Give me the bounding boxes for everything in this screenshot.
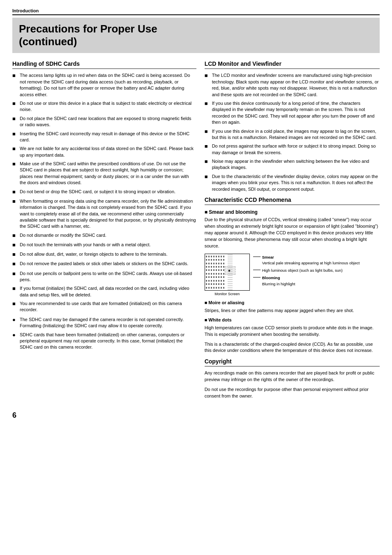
moire-title: Moire or aliasing xyxy=(208,300,244,305)
list-item: ■ Do not dismantle or modify the SDHC ca… xyxy=(12,232,196,239)
list-item: ■ Do not place the SDHC card near locati… xyxy=(12,116,196,128)
list-item: ■ The access lamp lights up in red when … xyxy=(12,72,196,98)
ccd-diagram: ✦ Monitor Screen Smear Vertical pale str… xyxy=(205,254,380,296)
monitor-label: Monitor Screen xyxy=(205,292,250,296)
bullet-icon: ■ xyxy=(205,317,209,322)
list-item-text: Inserting the SDHC card incorrectly may … xyxy=(20,131,196,143)
bullet-icon: ■ xyxy=(12,115,18,123)
bullet-icon: ■ xyxy=(205,173,210,180)
list-item: ■ Do not remove the pasted labels or sti… xyxy=(12,261,196,268)
smear-label: Smear Vertical pale streaking appearing … xyxy=(253,254,360,266)
bullet-icon: ■ xyxy=(205,128,210,135)
section-header: Introduction xyxy=(12,8,380,15)
copyright-text1: Any recordings made on this camera recor… xyxy=(205,370,380,383)
list-item-text: If you use this device in a cold place, … xyxy=(212,128,380,141)
bullet-icon: ■ xyxy=(12,100,18,107)
list-item: ■ If you format (initialize) the SDHC ca… xyxy=(12,285,196,298)
label-line xyxy=(253,277,261,278)
bullet-icon: ■ xyxy=(12,130,18,138)
bullet-icon: ■ xyxy=(12,270,18,278)
moire-subsection: ■ Moire or aliasing xyxy=(205,300,380,305)
list-item-text: Do not use or store this device in a pla… xyxy=(20,100,196,113)
list-item: ● SDHC cards that have been formatted (i… xyxy=(12,332,196,351)
list-item-text: Do not use pencils or ballpoint pens to … xyxy=(20,271,196,283)
smear-subsection-title: ■ Smear and blooming xyxy=(205,209,380,215)
sdhc-dot-list: ● The SDHC card may be damaged if the ca… xyxy=(12,317,196,351)
dot-icon: ● xyxy=(12,316,18,324)
blooming-label: Blooming Blurring in highlight xyxy=(253,275,360,287)
bullet-icon: ■ xyxy=(205,72,210,79)
lcd-bullet-list: ■ The LCD monitor and viewfinder screens… xyxy=(205,72,380,192)
list-item: ■ Do not use pencils or ballpoint pens t… xyxy=(12,271,196,283)
list-item-text: Due to the characteristic of the viewfin… xyxy=(212,173,380,192)
list-item-text: Do not remove the pasted labels or stick… xyxy=(20,261,196,267)
list-item-text: If you format (initialize) the SDHC card… xyxy=(20,285,196,298)
bullet-icon: ■ xyxy=(12,241,18,249)
monitor-screen: ✦ xyxy=(205,254,250,291)
list-item: ■ Inserting the SDHC card incorrectly ma… xyxy=(12,131,196,143)
moire-text: Stripes, lines or other fine patterns ma… xyxy=(205,308,380,314)
list-item: ■ Do not bend or drop the SDHC card, or … xyxy=(12,189,196,196)
white-dots-title: White dots xyxy=(208,317,231,322)
label-line xyxy=(253,270,261,270)
list-item-text: SDHC cards that have been formatted (ini… xyxy=(20,332,196,351)
list-item: ■ Make use of the SDHC card within the p… xyxy=(12,161,196,186)
list-item: ■ You are recommended to use cards that … xyxy=(12,301,196,313)
list-item-text: The SDHC card may be damaged if the came… xyxy=(20,317,196,329)
left-column: Handling of SDHC Cards ■ The access lamp… xyxy=(12,60,196,403)
list-item-text: We are not liable for any accidental los… xyxy=(20,146,196,158)
sdhc-bullet-list: ■ The access lamp lights up in red when … xyxy=(12,72,196,313)
page-number: 6 xyxy=(12,411,380,420)
list-item-text: You are recommended to use cards that ar… xyxy=(20,301,196,313)
bullet-icon: ■ xyxy=(12,145,18,153)
list-item-text: Make use of the SDHC card within the pre… xyxy=(20,161,196,186)
list-item: ● The SDHC card may be damaged if the ca… xyxy=(12,317,196,329)
list-item: ■ Noise may appear in the viewfinder whe… xyxy=(205,158,380,171)
white-dots-text2: This is a characteristic of the charged-… xyxy=(205,341,380,354)
list-item: ■ When formatting or erasing data using … xyxy=(12,198,196,230)
high-lum-label: High luminous object (such as light bulb… xyxy=(253,268,360,273)
bullet-icon: ■ xyxy=(12,72,18,79)
list-item-text: When formatting or erasing data using th… xyxy=(20,198,196,230)
list-item-text: If you use this device continuously for … xyxy=(212,100,380,126)
bullet-icon: ■ xyxy=(12,260,18,268)
list-item-text: Do not touch the terminals with your han… xyxy=(20,242,196,248)
list-item: ■ Due to the characteristic of the viewf… xyxy=(205,173,380,192)
bullet-icon: ■ xyxy=(12,232,18,239)
list-item: ■ If you use this device in a cold place… xyxy=(205,128,380,141)
bullet-icon: ■ xyxy=(205,143,210,150)
ccd-section-title: Characteristic CCD Phenomena xyxy=(205,197,380,205)
bullet-icon: ■ xyxy=(12,285,18,292)
lcd-section-title: LCD Monitor and Viewfinder xyxy=(205,60,380,69)
bullet-icon: ■ xyxy=(205,300,209,305)
list-item: ■ We are not liable for any accidental l… xyxy=(12,146,196,158)
list-item-text: The access lamp lights up in red when da… xyxy=(20,72,196,98)
list-item-text: Do not dismantle or modify the SDHC card… xyxy=(20,232,196,238)
list-item: ■ The LCD monitor and viewfinder screens… xyxy=(205,72,380,98)
bullet-icon: ■ xyxy=(205,158,210,165)
bullet-icon: ■ xyxy=(12,198,18,205)
list-item: ■ Do not touch the terminals with your h… xyxy=(12,242,196,249)
bullet-icon: ■ xyxy=(12,300,18,308)
bullet-icon: ■ xyxy=(12,160,18,168)
dot-icon: ● xyxy=(12,331,18,339)
list-item: ■ If you use this device continuously fo… xyxy=(205,100,380,126)
main-content: Handling of SDHC Cards ■ The access lamp… xyxy=(12,60,380,403)
page-title: Precautions for Proper Use (continued) xyxy=(19,23,373,48)
copyright-text2: Do not use the recordings for purpose ot… xyxy=(205,386,380,400)
white-dots-subsection: ■ White dots xyxy=(205,317,380,322)
list-item-text: Do not press against the surface with fo… xyxy=(212,143,380,156)
header-label: Introduction xyxy=(12,8,39,13)
bullet-icon: ■ xyxy=(12,188,18,196)
label-line xyxy=(253,257,261,257)
page-title-block: Precautions for Proper Use (continued) xyxy=(12,18,380,53)
bullet-icon: ■ xyxy=(205,100,210,107)
sdhc-section-title: Handling of SDHC Cards xyxy=(12,60,196,69)
list-item-text: Do not allow dust, dirt, water, or forei… xyxy=(20,251,196,257)
list-item: ■ Do not use or store this device in a p… xyxy=(12,100,196,113)
right-column: LCD Monitor and Viewfinder ■ The LCD mon… xyxy=(205,60,380,403)
monitor-diagram-wrapper: ✦ Monitor Screen xyxy=(205,254,250,296)
diagram-label-list: Smear Vertical pale streaking appearing … xyxy=(253,254,360,289)
smear-text: Due to the physical structure of CCDs, v… xyxy=(205,217,380,250)
list-item: ■ Do not press against the surface with … xyxy=(205,143,380,156)
